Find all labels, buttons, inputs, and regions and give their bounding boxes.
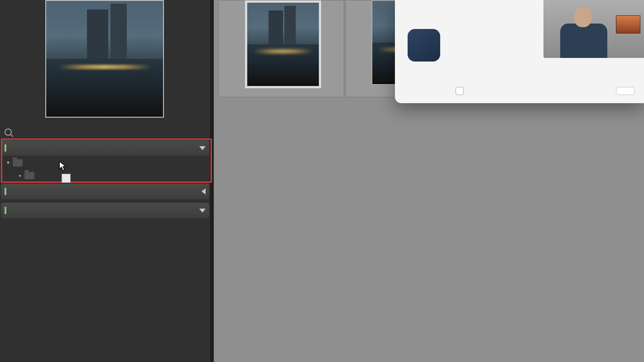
chevron-down-icon[interactable] bbox=[199, 209, 206, 213]
folder-filter-row[interactable] bbox=[0, 127, 210, 138]
search-icon bbox=[5, 129, 12, 136]
chevron-down-icon[interactable] bbox=[199, 146, 206, 150]
folder-row-untitled[interactable]: ▼ bbox=[1, 157, 209, 169]
volume-status-indicator bbox=[5, 144, 6, 152]
folders-panel: ▼ ▸ bbox=[0, 0, 214, 362]
volume-header-gdrive[interactable] bbox=[1, 184, 209, 199]
volume-status-indicator bbox=[5, 188, 6, 195]
selected-thumbnail[interactable] bbox=[245, 0, 321, 88]
folder-icon bbox=[24, 172, 34, 179]
volume-header-untitled[interactable] bbox=[1, 140, 209, 156]
app-icon bbox=[408, 29, 440, 62]
cancel-button[interactable] bbox=[616, 87, 635, 95]
volume-status-indicator bbox=[5, 207, 6, 214]
folder-row-sans-titre[interactable]: ▸ bbox=[1, 169, 209, 182]
volume-header-machd[interactable] bbox=[1, 203, 209, 218]
checkbox-icon[interactable] bbox=[456, 87, 464, 95]
dont-show-again-checkbox[interactable] bbox=[456, 87, 468, 95]
navigator-preview bbox=[45, 0, 164, 118]
folder-icon bbox=[13, 159, 23, 167]
webcam-overlay bbox=[543, 0, 644, 58]
chevron-left-icon[interactable] bbox=[202, 188, 206, 195]
drag-badge bbox=[62, 174, 71, 183]
disclosure-triangle[interactable]: ▼ bbox=[5, 160, 11, 165]
rating-dots[interactable]: · · · · · bbox=[219, 89, 344, 94]
disclosure-triangle[interactable]: ▸ bbox=[17, 173, 23, 178]
thumbnail-cell-top1[interactable]: · · · · · bbox=[218, 0, 344, 97]
